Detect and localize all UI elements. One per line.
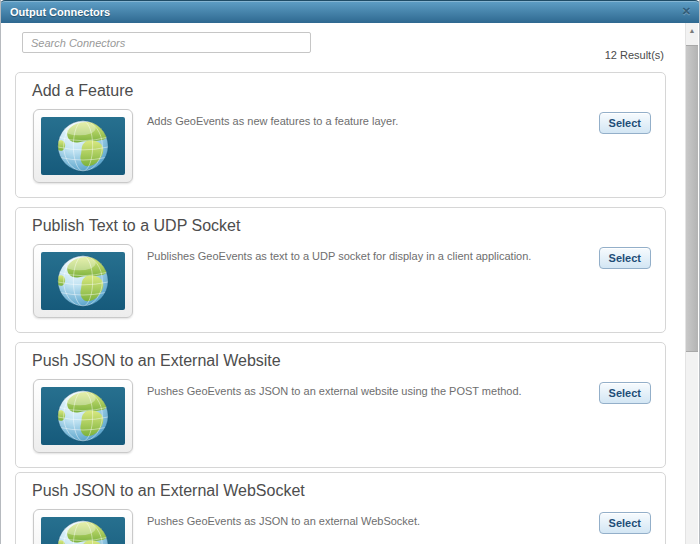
connector-thumbnail — [33, 244, 133, 318]
up-arrow-icon: ▲ — [689, 27, 696, 34]
select-button[interactable]: Select — [599, 247, 651, 269]
select-button[interactable]: Select — [599, 512, 651, 534]
select-button[interactable]: Select — [599, 382, 651, 404]
connector-title: Publish Text to a UDP Socket — [32, 217, 240, 235]
search-input[interactable] — [22, 32, 311, 53]
connector-description: Pushes GeoEvents as JSON to an external … — [147, 384, 590, 398]
connector-description: Pushes GeoEvents as JSON to an external … — [147, 514, 590, 528]
connector-title: Push JSON to an External WebSocket — [32, 482, 305, 500]
globe-icon — [41, 252, 125, 310]
scroll-up-button[interactable]: ▲ — [686, 23, 698, 39]
connector-card: Publish Text to a UDP Socket Publishes G… — [15, 207, 666, 333]
scrollbar[interactable]: ▲ — [685, 23, 698, 544]
connector-thumbnail — [33, 109, 133, 183]
connector-card: Push JSON to an External Website Pushes … — [15, 342, 666, 468]
globe-icon — [41, 117, 125, 175]
scrollbar-thumb[interactable] — [686, 45, 698, 352]
results-count: 12 Result(s) — [605, 49, 664, 61]
connector-card: Add a Feature Adds GeoEvents as new feat… — [15, 72, 666, 198]
globe-icon — [41, 517, 125, 544]
connector-description: Adds GeoEvents as new features to a feat… — [147, 114, 590, 128]
connector-description: Publishes GeoEvents as text to a UDP soc… — [147, 249, 590, 263]
globe-icon — [41, 387, 125, 445]
dialog-title: Output Connectors — [0, 1, 110, 23]
close-icon[interactable]: ✕ — [682, 1, 691, 22]
output-connectors-dialog: Output Connectors ✕ 12 Result(s) Add a F… — [0, 0, 700, 544]
connector-title: Add a Feature — [32, 82, 133, 100]
connector-card: Push JSON to an External WebSocket Pushe… — [15, 472, 666, 544]
connector-title: Push JSON to an External Website — [32, 352, 281, 370]
connector-thumbnail — [33, 509, 133, 544]
connector-thumbnail — [33, 379, 133, 453]
dialog-titlebar[interactable]: Output Connectors ✕ — [0, 0, 700, 23]
select-button[interactable]: Select — [599, 112, 651, 134]
